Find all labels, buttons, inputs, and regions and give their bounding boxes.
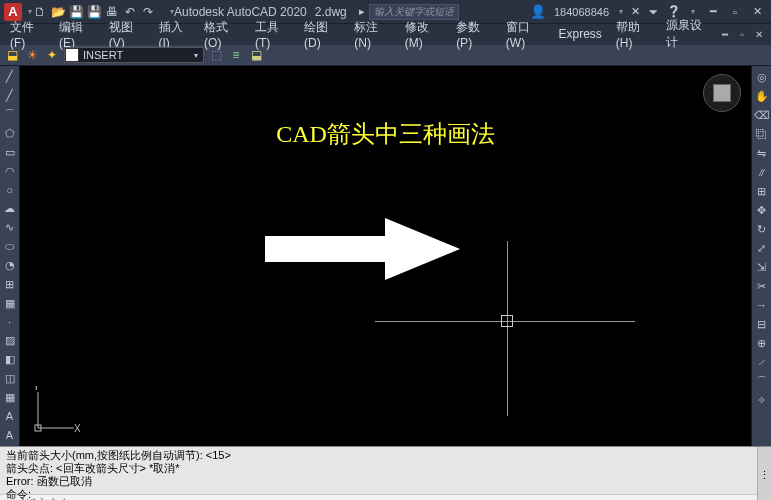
block-icon[interactable]: ▦ [1, 294, 19, 312]
layer-combo[interactable]: INSERT ▾ [64, 47, 204, 63]
arrow-graphic [265, 214, 465, 284]
menu-parametric[interactable]: 参数(P) [450, 17, 498, 52]
menu-dimension[interactable]: 标注(N) [348, 17, 396, 52]
circle-icon[interactable]: ○ [1, 181, 19, 199]
view-cube[interactable] [703, 74, 743, 114]
ellipse-icon[interactable]: ⬭ [1, 238, 19, 256]
revcloud-icon[interactable]: ☁ [1, 200, 19, 218]
menu-yuanquan[interactable]: 源泉设计 [660, 15, 715, 53]
move-icon[interactable]: ✥ [753, 201, 771, 219]
maximize-icon[interactable]: ▫ [725, 4, 745, 20]
sun-icon[interactable]: ☀ [24, 47, 40, 63]
hatch-icon[interactable]: ▨ [1, 332, 19, 350]
trim-icon[interactable]: ✂ [753, 277, 771, 295]
arc-icon[interactable]: ◠ [1, 162, 19, 180]
command-window: 当前箭头大小(mm,按图纸比例自动调节): <15> 箭头尖点: <回车改箭头尺… [0, 446, 771, 494]
rectangle-icon[interactable]: ▭ [1, 143, 19, 161]
point-icon[interactable]: · [1, 313, 19, 331]
draw-toolbar: ╱ ╱ ⌒ ⬠ ▭ ◠ ○ ☁ ∿ ⬭ ◔ ⊞ ▦ · ▨ ◧ ◫ ▦ A A [0, 66, 20, 446]
cmd-line: 箭头尖点: <回车改箭头尺寸> *取消* [6, 462, 751, 475]
addselected-icon[interactable]: A [1, 426, 19, 444]
cmd-line: 当前箭头大小(mm,按图纸比例自动调节): <15> [6, 449, 751, 462]
polyline-icon[interactable]: ⌒ [1, 106, 19, 124]
drawing-canvas[interactable]: CAD箭头中三种画法 Y X [20, 66, 751, 446]
chevron-down-icon[interactable]: ▾ [189, 51, 203, 60]
array-icon[interactable]: ⊞ [753, 182, 771, 200]
modify-toolbar: ◎ ✋ ⌫ ⿻ ⇋ ⫽ ⊞ ✥ ↻ ⤢ ⇲ ✂ → ⊟ ⊕ ⟋ ⌒ ✧ [751, 66, 771, 446]
layers-icon[interactable]: ⬚ [208, 47, 224, 63]
command-input[interactable]: 键入命令 [24, 496, 68, 500]
layer-color-swatch [65, 48, 79, 62]
menubar: 文件(F) 编辑(E) 视图(V) 插入(I) 格式(O) 工具(T) 绘图(D… [0, 24, 771, 44]
layer-icon[interactable]: ⬓ [4, 47, 20, 63]
join-icon[interactable]: ⊕ [753, 334, 771, 352]
close-icon[interactable]: ✕ [747, 4, 767, 20]
menu-draw[interactable]: 绘图(D) [298, 17, 346, 52]
fillet-icon[interactable]: ⌒ [753, 372, 771, 390]
copy-icon[interactable]: ⿻ [753, 125, 771, 143]
doc-min-icon[interactable]: ━ [717, 27, 733, 41]
command-grip[interactable]: ⋮ [757, 447, 771, 500]
insert-icon[interactable]: ⊞ [1, 275, 19, 293]
mirror-icon[interactable]: ⇋ [753, 144, 771, 162]
menu-express[interactable]: Express [553, 25, 608, 43]
spline-icon[interactable]: ∿ [1, 219, 19, 237]
ellipsearc-icon[interactable]: ◔ [1, 256, 19, 274]
erase-icon[interactable]: ⌫ [753, 106, 771, 124]
layermake-icon[interactable]: ⬓ [248, 47, 264, 63]
break-icon[interactable]: ⊟ [753, 315, 771, 333]
table-icon[interactable]: ▦ [1, 388, 19, 406]
menu-help[interactable]: 帮助(H) [610, 17, 658, 52]
svg-text:Y: Y [33, 386, 40, 392]
canvas-title-text: CAD箭头中三种画法 [276, 118, 495, 150]
line-icon[interactable]: ╱ [1, 68, 19, 86]
doc-max-icon[interactable]: ▫ [734, 27, 750, 41]
rotate-icon[interactable]: ↻ [753, 220, 771, 238]
layer-name: INSERT [79, 49, 189, 61]
doc-close-icon[interactable]: ✕ [751, 27, 767, 41]
ucs-icon: Y X [30, 386, 80, 436]
tag-icon[interactable]: ✦ [44, 47, 60, 63]
stretch-icon[interactable]: ⇲ [753, 258, 771, 276]
xline-icon[interactable]: ╱ [1, 87, 19, 105]
nav-wheel-icon[interactable]: ◎ [753, 68, 771, 86]
layerstate-icon[interactable]: ≡ [228, 47, 244, 63]
svg-marker-0 [265, 218, 460, 280]
scale-icon[interactable]: ⤢ [753, 239, 771, 257]
cmd-line: 命令: [6, 488, 751, 500]
svg-text:X: X [74, 423, 80, 434]
polygon-icon[interactable]: ⬠ [1, 125, 19, 143]
explode-icon[interactable]: ✧ [753, 391, 771, 409]
cmd-line: Error: 函数已取消 [6, 475, 92, 487]
offset-icon[interactable]: ⫽ [753, 163, 771, 181]
mtext-icon[interactable]: A [1, 407, 19, 425]
menu-window[interactable]: 窗口(W) [500, 17, 551, 52]
pan-icon[interactable]: ✋ [753, 87, 771, 105]
command-history[interactable]: 当前箭头大小(mm,按图纸比例自动调节): <15> 箭头尖点: <回车改箭头尺… [0, 447, 757, 500]
extend-icon[interactable]: → [753, 296, 771, 314]
region-icon[interactable]: ◫ [1, 370, 19, 388]
chamfer-icon[interactable]: ⟋ [753, 353, 771, 371]
user-id: 184068846 [554, 6, 609, 18]
gradient-icon[interactable]: ◧ [1, 351, 19, 369]
menu-modify[interactable]: 修改(M) [399, 17, 448, 52]
